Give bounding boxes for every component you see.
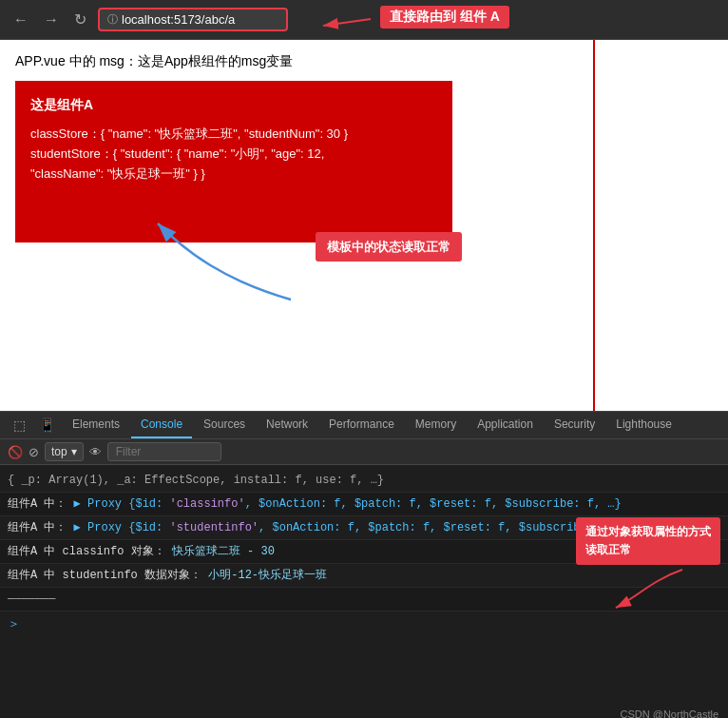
annotation-object-read: 通过对象获取属性的方式读取正常 — [576, 517, 720, 565]
tab-elements[interactable]: Elements — [63, 412, 129, 438]
console-line-2: 组件A 中： ▶ Proxy {$id: 'classinfo', $onAct… — [0, 493, 728, 516]
tab-security[interactable]: Security — [545, 412, 604, 438]
cursor-symbol: ＞ — [8, 616, 20, 631]
tab-lighthouse[interactable]: Lighthouse — [606, 412, 681, 438]
context-label: top — [51, 445, 67, 458]
annotation-template-state: 模板中的状态读取正常 — [316, 232, 462, 262]
tab-memory[interactable]: Memory — [406, 412, 466, 438]
devtools-inspect-button[interactable]: ⬚ — [8, 414, 31, 437]
console-line-1-text: { _p: Array(1), _a: EffectScope, install… — [8, 472, 720, 489]
watermark: CSDN @NorthCastle — [621, 708, 718, 718]
annotation-direct-route: 直接路由到 组件 A — [380, 6, 509, 29]
console-toolbar: 🚫 ⊘ top ▾ 👁 — [0, 439, 728, 465]
chevron-down-icon: ▾ — [71, 445, 77, 458]
console-divider: ——————— — [8, 591, 55, 608]
tab-sources[interactable]: Sources — [194, 412, 255, 438]
component-a-line-2: studentStore：{ "student": { "name": "小明"… — [30, 145, 437, 165]
browser-chrome: ← → ↻ ⓘ localhost:5173/abc/a 直接路由到 组件 A — [0, 0, 728, 40]
devtools-device-button[interactable]: 📱 — [33, 414, 61, 437]
console-divider-line: ——————— — [0, 588, 728, 611]
component-a-line-1: classStore：{ "name": "快乐篮球二班", "studentN… — [30, 125, 437, 145]
browser-viewport: APP.vue 中的 msg：这是App根组件的msg变量 这是组件A clas… — [0, 40, 728, 411]
context-selector[interactable]: top ▾ — [45, 442, 84, 461]
filter-button[interactable]: ⊘ — [29, 445, 39, 459]
console-output-wrapper: { _p: Array(1), _a: EffectScope, install… — [0, 465, 728, 718]
filter-input[interactable] — [107, 442, 221, 461]
url-text: localhost:5173/abc/a — [122, 12, 235, 27]
svg-line-1 — [323, 19, 371, 26]
console-cursor[interactable]: ＞ — [0, 611, 728, 636]
tab-application[interactable]: Application — [468, 412, 543, 438]
console-line-5: 组件A 中 studentinfo 数据对象： 小明-12-快乐足球一班 — [0, 564, 728, 588]
back-button[interactable]: ← — [10, 10, 32, 30]
forward-button[interactable]: → — [40, 10, 63, 30]
eye-button[interactable]: 👁 — [89, 445, 102, 459]
component-a-line-3: "className": "快乐足球一班" } } — [30, 165, 437, 184]
devtools-panel: ⬚ 📱 Elements Console Sources Network Per… — [0, 411, 728, 718]
lock-icon: ⓘ — [107, 12, 118, 27]
tab-network[interactable]: Network — [257, 412, 317, 438]
clear-console-button[interactable]: 🚫 — [8, 445, 23, 459]
vertical-divider — [593, 40, 595, 411]
tab-console[interactable]: Console — [131, 412, 192, 438]
console-line-1: { _p: Array(1), _a: EffectScope, install… — [0, 469, 728, 493]
page-content: APP.vue 中的 msg：这是App根组件的msg变量 这是组件A clas… — [0, 40, 728, 254]
tab-performance[interactable]: Performance — [319, 412, 404, 438]
component-a-title: 这是组件A — [30, 94, 437, 115]
address-bar[interactable]: ⓘ localhost:5173/abc/a — [98, 8, 288, 31]
console-line-2-text: 组件A 中： ▶ Proxy {$id: 'classinfo', $onAct… — [8, 495, 720, 513]
devtools-tabs-bar: ⬚ 📱 Elements Console Sources Network Per… — [0, 412, 728, 439]
console-line-5-text: 组件A 中 studentinfo 数据对象： 小明-12-快乐足球一班 — [8, 567, 720, 584]
component-a-box: 这是组件A classStore：{ "name": "快乐篮球二班", "st… — [15, 81, 452, 243]
reload-button[interactable]: ↻ — [70, 9, 90, 30]
app-msg-text: APP.vue 中的 msg：这是App根组件的msg变量 — [15, 51, 713, 71]
